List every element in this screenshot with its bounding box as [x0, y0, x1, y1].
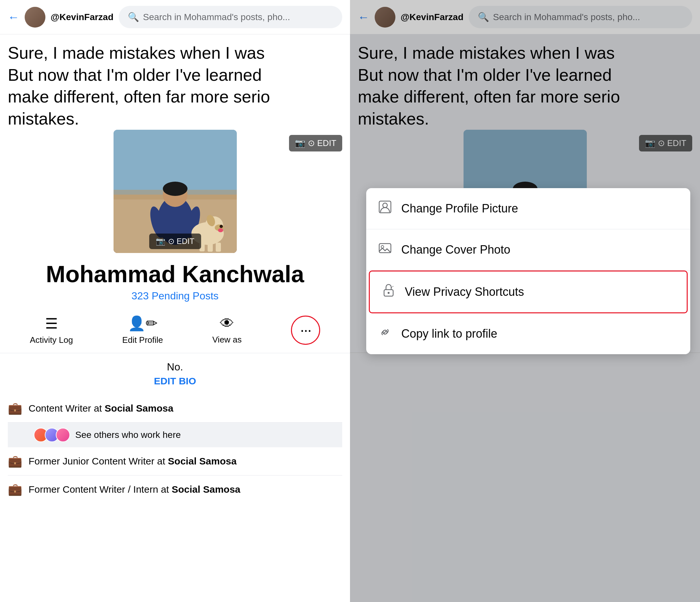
view-as-button[interactable]: 👁 View as	[212, 315, 242, 345]
bio-section: No. EDIT BIO	[0, 353, 350, 395]
info-text-3: Former Content Writer / Intern at Social…	[28, 484, 342, 495]
more-options-button[interactable]: ···	[291, 316, 320, 345]
info-text-1: Content Writer at Social Samosa	[28, 403, 342, 414]
svg-rect-16	[216, 243, 221, 252]
copy-link-label: Copy link to profile	[401, 327, 497, 341]
change-profile-label: Change Profile Picture	[401, 202, 518, 216]
mini-avatar-3	[56, 428, 70, 442]
svg-point-5	[163, 182, 188, 196]
edit-bio-button[interactable]: EDIT BIO	[8, 376, 342, 386]
cover-edit-button[interactable]: 📷 ⊙ EDIT	[289, 135, 342, 151]
change-cover-icon	[377, 241, 394, 258]
pending-posts[interactable]: 323 Pending Posts	[8, 290, 342, 302]
svg-point-35	[383, 203, 387, 207]
profile-name-section: Mohammad Kanchwala 323 Pending Posts	[0, 261, 350, 307]
left-panel: ← @KevinFarzad 🔍 Search in Mohammad's po…	[0, 0, 350, 602]
dropdown-item-copy-link[interactable]: Copy link to profile	[366, 313, 690, 354]
profile-photo-wrapper: 📷 ⊙ EDIT	[114, 130, 237, 253]
bio-text: No.	[8, 361, 342, 373]
privacy-icon	[380, 283, 397, 301]
info-item-2: 💼 Former Junior Content Writer at Social…	[8, 447, 342, 476]
change-profile-icon	[377, 200, 394, 217]
activity-log-icon: ☰	[45, 315, 58, 332]
camera-icon-2: 📷	[156, 237, 166, 246]
see-others-label: See others who work here	[75, 430, 181, 440]
svg-point-39	[388, 292, 390, 294]
svg-point-13	[218, 228, 223, 232]
edit-profile-label: Edit Profile	[122, 335, 163, 345]
activity-log-label: Activity Log	[30, 335, 73, 345]
view-as-icon: 👁	[220, 315, 234, 331]
dropdown-item-change-cover[interactable]: Change Cover Photo	[366, 229, 690, 271]
view-as-label: View as	[212, 335, 242, 345]
back-button[interactable]: ←	[8, 10, 20, 24]
profile-photo-section: 📷 ⊙ EDIT	[0, 130, 350, 261]
dropdown-item-privacy[interactable]: View Privacy Shortcuts	[369, 271, 688, 313]
copy-link-icon	[377, 325, 394, 343]
info-list: 💼 Content Writer at Social Samosa See ot…	[0, 395, 350, 503]
svg-rect-15	[207, 243, 213, 252]
profile-name: Mohammad Kanchwala	[8, 261, 342, 287]
username-label: @KevinFarzad	[51, 12, 114, 22]
search-placeholder: Search in Mohammad's posts, pho...	[143, 12, 290, 22]
post-text: Sure, I made mistakes when I was But now…	[0, 34, 350, 130]
avatar	[25, 7, 45, 28]
briefcase-icon-3: 💼	[8, 483, 22, 496]
info-text-2: Former Junior Content Writer at Social S…	[28, 456, 342, 467]
avatars-group	[34, 428, 70, 442]
briefcase-icon-1: 💼	[8, 402, 22, 415]
edit-profile-button[interactable]: 👤✏ Edit Profile	[122, 315, 163, 345]
change-cover-label: Change Cover Photo	[401, 243, 510, 256]
info-item-1: 💼 Content Writer at Social Samosa	[8, 395, 342, 423]
edit-profile-icon: 👤✏	[128, 315, 158, 332]
search-icon: 🔍	[128, 12, 139, 22]
see-others-row[interactable]: See others who work here	[8, 423, 342, 447]
left-header: ← @KevinFarzad 🔍 Search in Mohammad's po…	[0, 0, 350, 34]
right-panel: ← @KevinFarzad 🔍 Search in Mohammad's po…	[350, 0, 700, 602]
search-bar[interactable]: 🔍 Search in Mohammad's posts, pho...	[119, 6, 342, 28]
info-item-3: 💼 Former Content Writer / Intern at Soci…	[8, 476, 342, 503]
dropdown-menu: Change Profile Picture Change Cover Phot…	[366, 188, 690, 354]
svg-point-12	[220, 225, 223, 228]
camera-icon: 📷	[295, 138, 305, 148]
more-dots-icon: ···	[300, 321, 311, 339]
briefcase-icon-2: 💼	[8, 454, 22, 468]
photo-edit-button[interactable]: 📷 ⊙ EDIT	[149, 233, 201, 249]
privacy-label: View Privacy Shortcuts	[405, 285, 524, 299]
action-buttons-row: ☰ Activity Log 👤✏ Edit Profile 👁 View as…	[0, 307, 350, 353]
activity-log-button[interactable]: ☰ Activity Log	[30, 315, 73, 345]
dropdown-item-change-profile[interactable]: Change Profile Picture	[366, 188, 690, 229]
